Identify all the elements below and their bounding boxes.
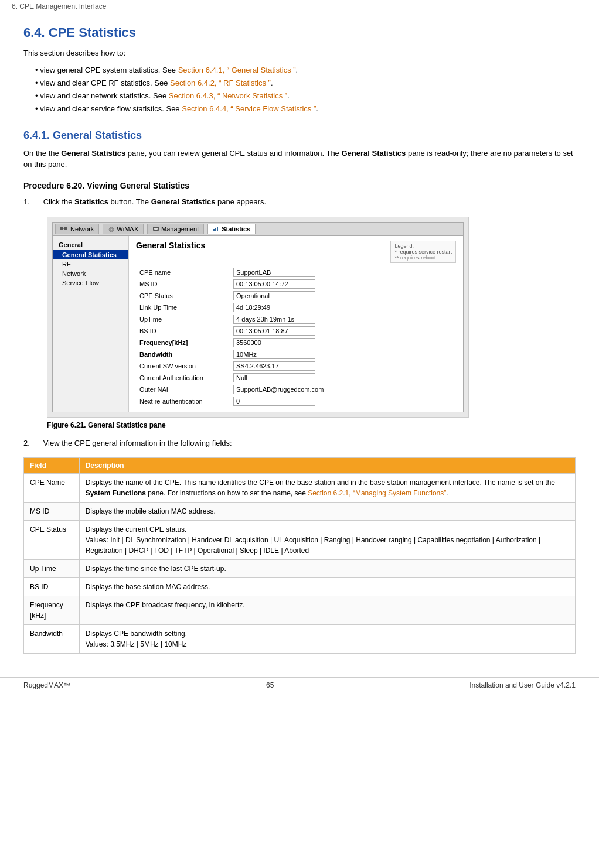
page-footer: RuggedMAX™ 65 Installation and User Guid… bbox=[0, 677, 599, 693]
svg-point-4 bbox=[109, 227, 114, 232]
col-header-description: Description bbox=[79, 458, 575, 474]
table-row: Frequency [kHz] Displays the CPE broadca… bbox=[24, 596, 576, 625]
figure-caption: Figure 6.21. General Statistics pane bbox=[47, 421, 576, 429]
nav-management[interactable]: Management bbox=[147, 224, 204, 234]
table-row: Current SW version SS4.2.4623.17 bbox=[136, 360, 456, 372]
step-1-text: Click the Statistics button. The General… bbox=[43, 197, 267, 206]
field-label-link-up-time: Link Up Time bbox=[136, 302, 230, 313]
sidebar-group-general: General bbox=[53, 240, 128, 250]
field-cell-bandwidth: Bandwidth bbox=[24, 625, 80, 654]
step-2: 2. View the CPE general information in t… bbox=[23, 438, 576, 450]
footer-left: RuggedMAX™ bbox=[23, 681, 70, 689]
cpe-stats-table: CPE name SupportLAB MS ID 00:13:05:00:14… bbox=[136, 266, 456, 407]
desc-cell-bandwidth: Displays CPE bandwidth setting.Values: 3… bbox=[79, 625, 575, 654]
svg-rect-0 bbox=[60, 227, 63, 230]
field-label-cpe-name: CPE name bbox=[136, 266, 230, 278]
legend-line1: * requires service restart bbox=[394, 249, 452, 255]
link-service-flow-stats[interactable]: Section 6.4.4, “ Service Flow Statistics… bbox=[182, 104, 316, 113]
cpe-sidebar: General General Statistics RF Network Se… bbox=[53, 236, 129, 412]
table-row: Bandwidth 10MHz bbox=[136, 348, 456, 360]
table-row: Current Authentication Null bbox=[136, 372, 456, 384]
footer-right: Installation and User Guide v4.2.1 bbox=[469, 681, 576, 689]
bullet-list: view general CPE system statistics. See … bbox=[35, 64, 576, 115]
field-cell-up-time: Up Time bbox=[24, 560, 80, 578]
table-row: CPE Status Operational bbox=[136, 290, 456, 302]
field-label-bandwidth: Bandwidth bbox=[136, 348, 230, 360]
field-cell-ms-id: MS ID bbox=[24, 503, 80, 521]
field-label-uptime: UpTime bbox=[136, 313, 230, 325]
table-row: Up Time Displays the time since the last… bbox=[24, 560, 576, 578]
legend-line2: ** requires reboot bbox=[394, 255, 452, 261]
header-text: 6. CPE Management Interface bbox=[12, 2, 106, 11]
table-row: BS ID 00:13:05:01:18:87 bbox=[136, 325, 456, 337]
statistics-icon bbox=[213, 226, 220, 232]
field-value-frequency: 3560000 bbox=[230, 337, 456, 348]
table-row: UpTime 4 days 23h 19mn 1s bbox=[136, 313, 456, 325]
field-cell-bs-id: BS ID bbox=[24, 578, 80, 596]
cpe-ui: Network WiMAX Management bbox=[52, 222, 464, 412]
table-row: CPE name SupportLAB bbox=[136, 266, 456, 278]
svg-rect-6 bbox=[154, 228, 158, 230]
sidebar-item-service-flow[interactable]: Service Flow bbox=[53, 278, 128, 288]
link-managing-system-functions[interactable]: Section 6.2.1, “Managing System Function… bbox=[308, 489, 446, 497]
wimax-icon bbox=[108, 226, 115, 232]
link-general-stats[interactable]: Section 6.4.1, “ General Statistics ” bbox=[178, 66, 296, 74]
desc-cell-cpe-name: Displays the name of the CPE. This name … bbox=[79, 474, 575, 503]
nav-statistics-label: Statistics bbox=[222, 225, 250, 233]
nav-wimax-label: WiMAX bbox=[117, 225, 138, 233]
list-item: view and clear network statistics. See S… bbox=[35, 90, 576, 102]
field-label-outer-nai: Outer NAI bbox=[136, 384, 230, 395]
table-row: Bandwidth Displays CPE bandwidth setting… bbox=[24, 625, 576, 654]
field-value-auth: Null bbox=[230, 372, 456, 384]
field-value-uptime: 4 days 23h 19mn 1s bbox=[230, 313, 456, 325]
nav-network-label: Network bbox=[70, 225, 94, 233]
table-row: Next re-authentication 0 bbox=[136, 395, 456, 407]
field-label-bs-id: BS ID bbox=[136, 325, 230, 337]
svg-rect-7 bbox=[213, 229, 215, 231]
svg-rect-9 bbox=[217, 227, 218, 231]
desc-cell-bs-id: Displays the base station MAC address. bbox=[79, 578, 575, 596]
sidebar-item-rf[interactable]: RF bbox=[53, 259, 128, 269]
link-network-stats[interactable]: Section 6.4.3, “ Network Statistics ” bbox=[169, 91, 287, 100]
cpe-main-panel: Legend: * requires service restart ** re… bbox=[129, 236, 463, 412]
desc-cell-frequency: Displays the CPE broadcast frequency, in… bbox=[79, 596, 575, 625]
field-cell-frequency: Frequency [kHz] bbox=[24, 596, 80, 625]
field-label-sw-version: Current SW version bbox=[136, 360, 230, 372]
sidebar-item-general-statistics[interactable]: General Statistics bbox=[53, 250, 128, 259]
table-header-row: Field Description bbox=[24, 458, 576, 474]
field-value-bs-id: 00:13:05:01:18:87 bbox=[230, 325, 456, 337]
desc-cell-cpe-status: Displays the current CPE status.Values: … bbox=[79, 521, 575, 560]
field-label-frequency: Frequency[kHz] bbox=[136, 337, 230, 348]
nav-statistics[interactable]: Statistics bbox=[207, 224, 256, 234]
col-header-field: Field bbox=[24, 458, 80, 474]
management-icon bbox=[152, 226, 159, 232]
bullet-text-2: view and clear CPE RF statistics. See bbox=[40, 78, 170, 87]
table-row: MS ID 00:13:05:00:14:72 bbox=[136, 278, 456, 290]
page-content: 6.4. CPE Statistics This section describ… bbox=[0, 13, 599, 665]
field-value-link-up-time: 4d 18:29:49 bbox=[230, 302, 456, 313]
subsection-title: 6.4.1. General Statistics bbox=[23, 129, 576, 142]
nav-wimax[interactable]: WiMAX bbox=[103, 224, 144, 234]
table-row: CPE Status Displays the current CPE stat… bbox=[24, 521, 576, 560]
svg-rect-1 bbox=[64, 227, 67, 230]
network-icon bbox=[60, 226, 69, 232]
field-value-sw-version: SS4.2.4623.17 bbox=[230, 360, 456, 372]
field-label-next-reauth: Next re-authentication bbox=[136, 395, 230, 407]
field-cell-cpe-name: CPE Name bbox=[24, 474, 80, 503]
subsection-body: On the the General Statistics pane, you … bbox=[23, 148, 576, 170]
step-1: 1. Click the Statistics button. The Gene… bbox=[23, 196, 576, 209]
field-label-cpe-status: CPE Status bbox=[136, 290, 230, 302]
field-value-cpe-status: Operational bbox=[230, 290, 456, 302]
nav-network[interactable]: Network bbox=[55, 224, 99, 234]
sidebar-item-network[interactable]: Network bbox=[53, 269, 128, 278]
field-value-ms-id: 00:13:05:00:14:72 bbox=[230, 278, 456, 290]
field-cell-cpe-status: CPE Status bbox=[24, 521, 80, 560]
nav-management-label: Management bbox=[161, 225, 199, 233]
bullet-text-1: view general CPE system statistics. See bbox=[40, 66, 178, 74]
link-rf-stats[interactable]: Section 6.4.2, “ RF Statistics ” bbox=[170, 78, 271, 87]
cpe-legend: Legend: * requires service restart ** re… bbox=[390, 241, 456, 263]
intro-text: This section describes how to: bbox=[23, 47, 576, 59]
table-row: Frequency[kHz] 3560000 bbox=[136, 337, 456, 348]
table-row: Outer NAI SupportLAB@ruggedcom.com bbox=[136, 384, 456, 395]
bullet-text-3: view and clear network statistics. See bbox=[40, 91, 169, 100]
